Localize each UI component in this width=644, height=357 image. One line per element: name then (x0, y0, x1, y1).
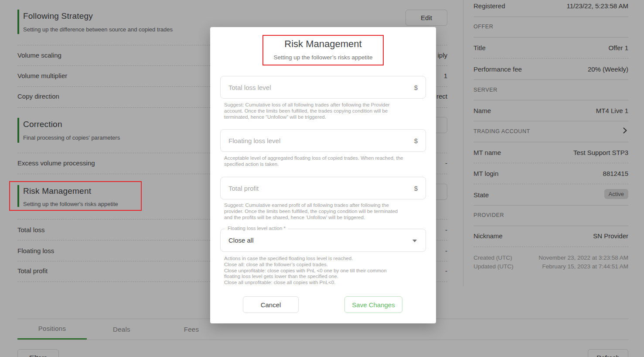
floating-loss-action-help: Actions in case the specified floating l… (224, 256, 417, 286)
currency-suffix: $ (414, 137, 418, 144)
total-loss-level-field[interactable]: $ (220, 76, 426, 99)
total-profit-field[interactable]: $ (220, 177, 426, 199)
floating-loss-level-input[interactable] (228, 137, 414, 144)
floating-loss-action-value: Close all (228, 237, 254, 244)
total-profit-input[interactable] (228, 185, 414, 192)
save-changes-button[interactable]: Save Changes (344, 296, 402, 313)
floating-loss-action-select[interactable]: Floating loss level action * Close all (220, 229, 426, 252)
risk-management-dialog: Risk Management Setting up the follower’… (210, 27, 436, 323)
total-loss-level-help: Suggest: Cumulative loss of all followin… (224, 102, 417, 120)
total-profit-help: Suggest: Cumulative earned profit of all… (224, 203, 417, 220)
annotation-box-risk-section (9, 181, 142, 211)
copy-trading-app: Following Strategy Setting up the differ… (0, 0, 644, 357)
annotation-box-modal-title (262, 35, 384, 65)
cancel-button[interactable]: Cancel (243, 296, 299, 313)
currency-suffix: $ (414, 84, 418, 91)
floating-loss-level-help: Acceptable level of aggregated floating … (224, 155, 417, 168)
total-loss-level-input[interactable] (228, 84, 414, 91)
dropdown-arrow-icon (412, 240, 417, 242)
currency-suffix: $ (414, 185, 418, 192)
floating-loss-action-label: Floating loss level action * (225, 226, 288, 231)
floating-loss-level-field[interactable]: $ (220, 129, 426, 152)
